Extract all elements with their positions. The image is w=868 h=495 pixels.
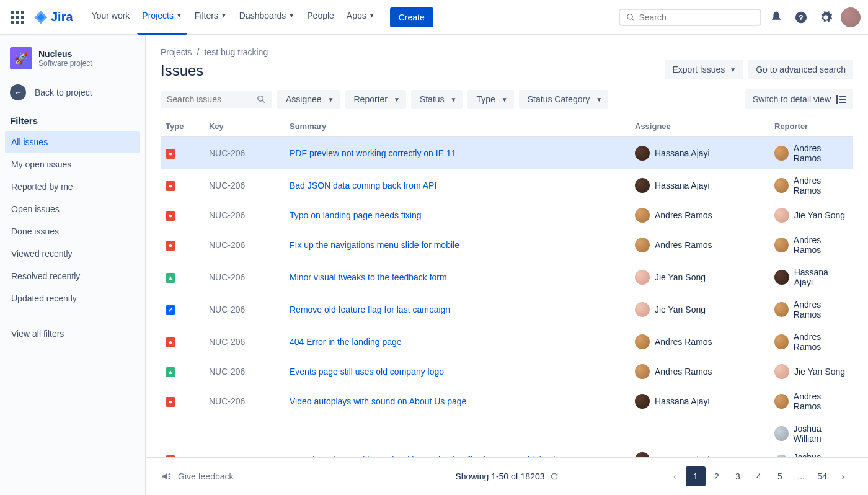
- reporter[interactable]: Andres Ramos: [774, 176, 848, 195]
- nav-dashboards[interactable]: Dashboards▼: [234, 0, 299, 35]
- global-search[interactable]: [619, 9, 761, 26]
- issue-key[interactable]: NUC-206: [204, 326, 285, 358]
- user-avatar[interactable]: [841, 7, 861, 27]
- notifications-icon[interactable]: [766, 7, 786, 27]
- issue-summary-link[interactable]: PDF preview not working correctly on IE …: [290, 148, 456, 158]
- reporter[interactable]: Andres Ramos: [774, 332, 848, 352]
- nav-people[interactable]: People: [302, 0, 339, 35]
- sidebar-filter-item[interactable]: Reported by me: [5, 176, 140, 198]
- filter-status-category[interactable]: Status Category▼: [519, 90, 608, 109]
- issue-key[interactable]: NUC-206: [204, 385, 285, 417]
- assignee[interactable]: Hassana Ajayi: [635, 452, 764, 457]
- issue-row[interactable]: ▲NUC-206Events page still uses old compa…: [161, 358, 853, 385]
- assignee[interactable]: Andres Ramos: [635, 208, 764, 223]
- sidebar-filter-item[interactable]: All issues: [5, 131, 140, 153]
- issue-summary-link[interactable]: Bad JSON data coming back from API: [290, 181, 436, 190]
- filter-reporter[interactable]: Reporter▼: [345, 90, 406, 109]
- page-next[interactable]: ›: [833, 466, 853, 486]
- create-button[interactable]: Create: [390, 7, 433, 27]
- page-button[interactable]: 3: [728, 466, 748, 486]
- app-switcher-icon[interactable]: [7, 7, 27, 27]
- reporter[interactable]: Andres Ramos: [774, 235, 848, 255]
- assignee[interactable]: Jie Yan Song: [635, 302, 764, 317]
- reporter[interactable]: Andres Ramos: [774, 391, 848, 411]
- issue-key[interactable]: NUC-206: [204, 229, 285, 261]
- assignee[interactable]: Andres Ramos: [635, 334, 764, 349]
- back-to-project[interactable]: ← Back to project: [5, 78, 140, 107]
- issue-row[interactable]: ●NUC-206FIx up the navigations menu slid…: [161, 229, 853, 261]
- issue-summary-link[interactable]: FIx up the navigations menu slide for mo…: [290, 240, 459, 250]
- page-button[interactable]: 1: [686, 466, 706, 486]
- sidebar-filter-item[interactable]: My open issues: [5, 153, 140, 176]
- assignee[interactable]: Hassana Ajayi: [635, 394, 764, 409]
- switch-view-button[interactable]: Switch to detail view: [745, 89, 853, 109]
- reporter[interactable]: Joshua William: [774, 452, 848, 457]
- sidebar-filter-item[interactable]: Updated recently: [5, 287, 140, 310]
- issue-summary-link[interactable]: Events page still uses old company logo: [290, 367, 444, 377]
- reporter[interactable]: Hassana Ajayi: [774, 267, 848, 287]
- breadcrumb-projects[interactable]: Projects: [161, 47, 192, 57]
- issue-key[interactable]: NUC-206: [204, 261, 285, 293]
- give-feedback[interactable]: Give feedback: [161, 471, 234, 482]
- issue-row[interactable]: ✓NUC-206Remove old feature flag for last…: [161, 293, 853, 326]
- assignee[interactable]: Andres Ramos: [635, 238, 764, 252]
- issue-key[interactable]: NUC-206: [204, 417, 285, 457]
- page-button[interactable]: 2: [707, 466, 727, 486]
- sidebar-filter-item[interactable]: Viewed recently: [5, 243, 140, 265]
- assignee[interactable]: Jie Yan Song: [635, 270, 764, 285]
- advanced-search-button[interactable]: Go to advanced search: [748, 60, 853, 79]
- issue-summary-link[interactable]: 404 Error in the landing page: [290, 337, 402, 347]
- page-button[interactable]: 5: [770, 466, 790, 486]
- nav-apps[interactable]: Apps▼: [342, 0, 380, 35]
- search-issues-box[interactable]: [161, 91, 272, 108]
- export-issues-button[interactable]: Export Issues▼: [665, 60, 744, 79]
- reporter[interactable]: Andres Ramos: [774, 143, 848, 163]
- help-icon[interactable]: ?: [791, 7, 811, 27]
- assignee[interactable]: Hassana Ajayi: [635, 146, 764, 161]
- filter-type[interactable]: Type▼: [467, 90, 513, 109]
- project-header[interactable]: 🚀 Nucleus Software project: [5, 47, 140, 78]
- settings-icon[interactable]: [816, 7, 836, 27]
- breadcrumb-project[interactable]: test bug tracking: [204, 47, 268, 57]
- issue-row[interactable]: ●NUC-206Video autoplays with sound on Ab…: [161, 385, 853, 417]
- issue-key[interactable]: NUC-206: [204, 293, 285, 326]
- col-assignee[interactable]: Assignee: [630, 117, 769, 136]
- nav-filters[interactable]: Filters▼: [190, 0, 232, 35]
- col-key[interactable]: Key: [204, 117, 285, 136]
- assignee[interactable]: Hassana Ajayi: [635, 178, 764, 193]
- sidebar-filter-item[interactable]: Resolved recently: [5, 265, 140, 287]
- issue-summary-link[interactable]: Typo on landing page needs fixing: [290, 210, 422, 220]
- issue-summary-link[interactable]: Remove old feature flag for last campaig…: [290, 305, 450, 314]
- view-all-filters[interactable]: View all filters: [5, 323, 140, 345]
- issue-key[interactable]: NUC-206: [204, 202, 285, 229]
- reporter[interactable]: Joshua William: [774, 424, 848, 444]
- page-button[interactable]: 54: [812, 466, 832, 486]
- page-button[interactable]: 4: [749, 466, 769, 486]
- sidebar-filter-item[interactable]: Done issues: [5, 220, 140, 243]
- nav-projects[interactable]: Projects▼: [137, 0, 187, 35]
- global-search-input[interactable]: [639, 12, 754, 22]
- issue-row[interactable]: ●NUC-206Typo on landing page needs fixin…: [161, 202, 853, 229]
- issue-row[interactable]: ●NUC-206404 Error in the landing pageAnd…: [161, 326, 853, 358]
- nav-your-work[interactable]: Your work: [87, 0, 135, 35]
- filter-status[interactable]: Status▼: [411, 90, 463, 109]
- issue-row[interactable]: ●NUC-206Investigate issue with "Login wi…: [161, 417, 853, 457]
- issue-key[interactable]: NUC-206: [204, 136, 285, 169]
- issue-row[interactable]: ●NUC-206PDF preview not working correctl…: [161, 136, 853, 169]
- refresh-icon[interactable]: [550, 472, 559, 481]
- issue-row[interactable]: ▲NUC-206Minor visual tweaks to the feedb…: [161, 261, 853, 293]
- jira-logo[interactable]: Jira: [30, 7, 77, 27]
- reporter[interactable]: Andres Ramos: [774, 300, 848, 319]
- issue-summary-link[interactable]: Minor visual tweaks to the feedback form: [290, 272, 447, 282]
- reporter[interactable]: Jie Yan Song: [774, 364, 848, 379]
- col-summary[interactable]: Summary: [285, 117, 630, 136]
- assignee[interactable]: Andres Ramos: [635, 364, 764, 379]
- issue-summary-link[interactable]: Video autoplays with sound on About Us p…: [290, 396, 466, 406]
- reporter[interactable]: Jie Yan Song: [774, 208, 848, 223]
- page-prev[interactable]: ‹: [665, 466, 684, 486]
- filter-assignee[interactable]: Assignee▼: [277, 90, 340, 109]
- col-type[interactable]: Type: [161, 117, 204, 136]
- issue-key[interactable]: NUC-206: [204, 169, 285, 202]
- search-issues-input[interactable]: [167, 94, 257, 104]
- sidebar-filter-item[interactable]: Open issues: [5, 198, 140, 220]
